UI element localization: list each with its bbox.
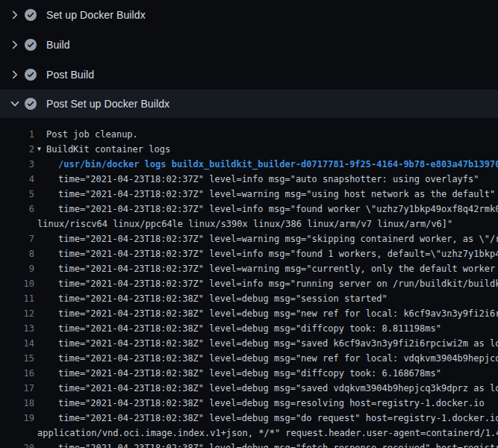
log-line-text: time="2021-04-23T18:02:37Z" level=warnin…	[34, 261, 498, 276]
step-label: Post Set up Docker Buildx	[46, 98, 169, 110]
check-circle-icon	[25, 98, 37, 110]
chevron-down-icon	[9, 98, 21, 110]
log-line-text: /usr/bin/docker logs buildx_buildkit_bui…	[34, 157, 498, 172]
log-group-toggle[interactable]: BuildKit container logs	[46, 142, 170, 157]
log-line-number[interactable]: 19	[0, 411, 34, 426]
log-line: 16 time="2021-04-23T18:02:38Z" level=deb…	[0, 366, 498, 381]
log-line: 1 Post job cleanup.	[0, 127, 498, 142]
step-label: Build	[46, 39, 70, 51]
check-circle-icon	[25, 39, 37, 51]
log-line-number[interactable]: 18	[0, 396, 34, 411]
log-line-number[interactable]: 14	[0, 336, 34, 351]
log-line-number[interactable]: 5	[0, 187, 34, 202]
log-line-text: time="2021-04-23T18:02:38Z" level=debug …	[34, 411, 498, 426]
log-line-number[interactable]: 9	[0, 261, 34, 276]
step-row-post-build[interactable]: Post Build	[0, 60, 498, 90]
log-line: 7 time="2021-04-23T18:02:37Z" level=warn…	[0, 231, 498, 246]
step-label: Set up Docker Buildx	[46, 9, 146, 21]
log-line: linux/riscv64 linux/ppc64le linux/s390x …	[0, 217, 498, 231]
log-line-text: time="2021-04-23T18:02:38Z" level=debug …	[34, 441, 498, 448]
log-line: 9 time="2021-04-23T18:02:37Z" level=warn…	[0, 261, 498, 276]
log-line-number	[0, 426, 34, 441]
log-line-text: time="2021-04-23T18:02:37Z" level=info m…	[34, 172, 479, 187]
log-line: 2 ▼ BuildKit container logs	[0, 142, 498, 157]
log-line-text: time="2021-04-23T18:02:38Z" level=debug …	[34, 351, 498, 366]
chevron-right-icon	[9, 69, 21, 81]
check-circle-icon	[25, 9, 37, 21]
log-viewer: Set up Docker Buildx Build	[0, 0, 498, 448]
chevron-right-icon	[9, 9, 21, 21]
log-line-text: time="2021-04-23T18:02:38Z" level=debug …	[34, 366, 441, 381]
log-line: 6 time="2021-04-23T18:02:37Z" level=info…	[0, 202, 498, 217]
log-line-number[interactable]: 11	[0, 291, 34, 306]
log-line: 13 time="2021-04-23T18:02:38Z" level=deb…	[0, 321, 498, 336]
log-line: 4 time="2021-04-23T18:02:37Z" level=info…	[0, 172, 498, 187]
log-line: 14 time="2021-04-23T18:02:38Z" level=deb…	[0, 336, 498, 351]
log-line-number[interactable]: 3	[0, 157, 34, 172]
log-line-text: time="2021-04-23T18:02:38Z" level=debug …	[34, 381, 498, 396]
log-line-number[interactable]: 1	[0, 127, 34, 142]
log-line-number[interactable]: 13	[0, 321, 34, 336]
log-line-text: linux/riscv64 linux/ppc64le linux/s390x …	[34, 217, 452, 231]
log-line: 18 time="2021-04-23T18:02:38Z" level=deb…	[0, 396, 498, 411]
log-line-text: application/vnd.oci.image.index.v1+json,…	[34, 426, 498, 441]
log-line-text: Post job cleanup.	[34, 127, 138, 142]
log-line-text: time="2021-04-23T18:02:37Z" level=warnin…	[34, 231, 498, 246]
chevron-right-icon	[9, 39, 21, 51]
log-line-number[interactable]: 20	[0, 441, 34, 448]
log-line-text: time="2021-04-23T18:02:37Z" level=info m…	[34, 276, 498, 291]
log-line-number[interactable]: 8	[0, 246, 34, 261]
log-line-number[interactable]: 17	[0, 381, 34, 396]
log-line: 20 time="2021-04-23T18:02:38Z" level=deb…	[0, 441, 498, 448]
collapse-triangle-icon: ▼	[34, 142, 46, 157]
check-circle-icon	[25, 69, 37, 81]
log-line-text: time="2021-04-23T18:02:38Z" level=debug …	[34, 336, 498, 351]
log-line-number[interactable]: 12	[0, 306, 34, 321]
log-line-number[interactable]: 15	[0, 351, 34, 366]
log-line-number[interactable]: 16	[0, 366, 34, 381]
log-line: 10 time="2021-04-23T18:02:37Z" level=inf…	[0, 276, 498, 291]
log-line-text: time="2021-04-23T18:02:37Z" level=warnin…	[34, 187, 495, 202]
log-area: 1 Post job cleanup. 2 ▼ BuildKit contain…	[0, 118, 498, 448]
log-line: 15 time="2021-04-23T18:02:38Z" level=deb…	[0, 351, 498, 366]
log-line: 19 time="2021-04-23T18:02:38Z" level=deb…	[0, 411, 498, 426]
log-line-number[interactable]: 2	[0, 142, 34, 157]
log-line-number[interactable]: 10	[0, 276, 34, 291]
step-row-post-set-up-docker-buildx[interactable]: Post Set up Docker Buildx	[0, 90, 498, 118]
log-line-text: time="2021-04-23T18:02:37Z" level=info m…	[34, 246, 498, 261]
log-line-text: time="2021-04-23T18:02:38Z" level=debug …	[34, 321, 441, 336]
log-line: 8 time="2021-04-23T18:02:37Z" level=info…	[0, 246, 498, 261]
log-line: 11 time="2021-04-23T18:02:38Z" level=deb…	[0, 291, 498, 306]
log-line-number	[0, 217, 34, 231]
log-line-text: time="2021-04-23T18:02:38Z" level=debug …	[34, 291, 387, 306]
step-row-build[interactable]: Build	[0, 30, 498, 60]
log-line-text: time="2021-04-23T18:02:38Z" level=debug …	[34, 396, 485, 411]
log-line: application/vnd.oci.image.index.v1+json,…	[0, 426, 498, 441]
step-row-set-up-docker-buildx[interactable]: Set up Docker Buildx	[0, 0, 498, 30]
log-line: 5 time="2021-04-23T18:02:37Z" level=warn…	[0, 187, 498, 202]
log-line: 17 time="2021-04-23T18:02:38Z" level=deb…	[0, 381, 498, 396]
step-label: Post Build	[46, 69, 94, 81]
log-line-text: time="2021-04-23T18:02:38Z" level=debug …	[34, 306, 498, 321]
log-line-number[interactable]: 7	[0, 231, 34, 246]
log-line-number[interactable]: 6	[0, 202, 34, 217]
log-line: 12 time="2021-04-23T18:02:38Z" level=deb…	[0, 306, 498, 321]
log-line: 3 /usr/bin/docker logs buildx_buildkit_b…	[0, 157, 498, 172]
steps-list: Set up Docker Buildx Build	[0, 0, 498, 118]
log-line-text: time="2021-04-23T18:02:37Z" level=info m…	[34, 202, 498, 217]
log-line-number[interactable]: 4	[0, 172, 34, 187]
